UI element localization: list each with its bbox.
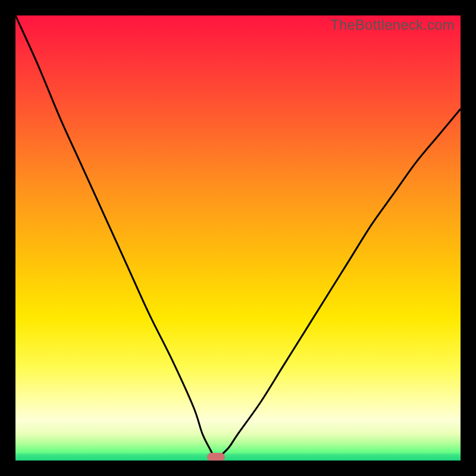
curve-path xyxy=(15,15,461,461)
bottleneck-curve xyxy=(15,15,461,461)
plot-area: TheBottleneck.com xyxy=(15,15,461,461)
chart-frame: TheBottleneck.com xyxy=(0,0,476,476)
minimum-marker xyxy=(207,453,225,461)
watermark-text: TheBottleneck.com xyxy=(330,17,455,33)
